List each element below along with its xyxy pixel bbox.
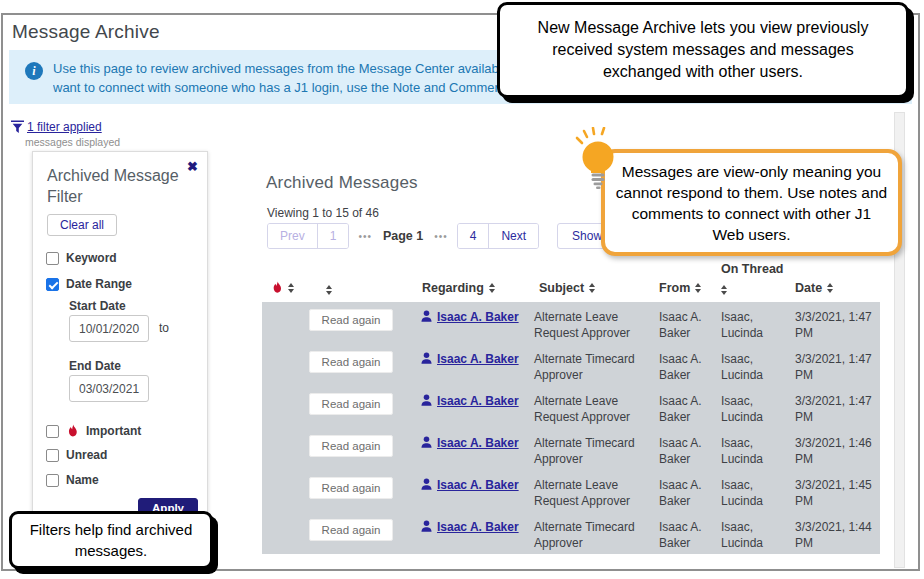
sort-icon[interactable] bbox=[695, 283, 701, 293]
sort-icon[interactable] bbox=[326, 285, 332, 295]
sort-icon[interactable] bbox=[489, 283, 495, 293]
pagination-prev-group: Prev 1 bbox=[267, 223, 349, 249]
name-label: Name bbox=[66, 473, 99, 487]
on-thread-cell: Isaac, Lucinda bbox=[718, 435, 792, 467]
sort-icon[interactable] bbox=[288, 283, 294, 293]
date-cell: 3/3/2021, 1:47 PM bbox=[792, 351, 880, 383]
info-icon: i bbox=[25, 62, 43, 80]
regarding-link[interactable]: Isaac A. Baker bbox=[437, 519, 519, 535]
person-icon bbox=[420, 477, 433, 491]
unread-checkbox[interactable] bbox=[46, 449, 59, 462]
read-again-button[interactable]: Read again bbox=[309, 519, 394, 541]
start-date-input[interactable] bbox=[69, 315, 149, 342]
table-row: Read again Isaac A. Baker Alternate Time… bbox=[262, 512, 880, 554]
sort-icon[interactable] bbox=[589, 283, 595, 293]
filter-applied[interactable]: 1 filter applied bbox=[11, 120, 102, 134]
filter-funnel-icon bbox=[11, 120, 24, 134]
messages-displayed-note: messages displayed bbox=[25, 136, 120, 148]
date-cell: 3/3/2021, 1:46 PM bbox=[792, 435, 880, 467]
end-date-input[interactable] bbox=[69, 375, 149, 402]
pagination: Prev 1 ••• Page 1 ••• 4 Next Show all bbox=[267, 223, 632, 249]
callout-top-text: New Message Archive lets you view previo… bbox=[514, 17, 892, 83]
keyword-checkbox[interactable] bbox=[46, 252, 59, 265]
date-range-checkbox[interactable] bbox=[46, 278, 59, 291]
on-thread-cell: Isaac, Lucinda bbox=[718, 309, 792, 341]
important-label: Important bbox=[86, 424, 141, 438]
archived-messages-heading: Archived Messages bbox=[266, 173, 418, 193]
person-icon bbox=[420, 351, 433, 365]
name-checkbox[interactable] bbox=[46, 474, 59, 487]
important-filter-row: Important bbox=[46, 423, 141, 439]
date-header-label: Date bbox=[795, 281, 822, 295]
date-cell: 3/3/2021, 1:47 PM bbox=[792, 309, 880, 341]
close-icon[interactable]: ✖ bbox=[187, 159, 198, 174]
regarding-link[interactable]: Isaac A. Baker bbox=[437, 309, 519, 325]
important-column-header[interactable] bbox=[262, 280, 304, 295]
table-row: Read again Isaac A. Baker Alternate Leav… bbox=[262, 470, 880, 512]
from-cell: Isaac A. Baker bbox=[656, 393, 718, 425]
from-cell: Isaac A. Baker bbox=[656, 477, 718, 509]
clear-all-button[interactable]: Clear all bbox=[47, 214, 117, 236]
regarding-header-label: Regarding bbox=[422, 281, 484, 295]
subject-cell: Alternate Timecard Approver bbox=[534, 435, 656, 467]
read-again-button[interactable]: Read again bbox=[309, 351, 394, 373]
subject-cell: Alternate Leave Request Approver bbox=[534, 393, 656, 425]
archived-messages-table: Regarding Subject From On Thread Date bbox=[262, 262, 880, 554]
unread-label: Unread bbox=[66, 448, 107, 462]
lightbulb-icon bbox=[574, 127, 622, 193]
on-thread-header-label: On Thread bbox=[721, 262, 792, 276]
read-again-button[interactable]: Read again bbox=[309, 393, 394, 415]
important-checkbox[interactable] bbox=[46, 425, 59, 438]
date-column-header[interactable]: Date bbox=[792, 281, 880, 295]
callout-bottom-text: Filters help find archived messages. bbox=[12, 519, 210, 561]
regarding-column-header[interactable]: Regarding bbox=[404, 281, 534, 295]
from-header-label: From bbox=[659, 281, 690, 295]
from-cell: Isaac A. Baker bbox=[656, 351, 718, 383]
table-row: Read again Isaac A. Baker Alternate Leav… bbox=[262, 386, 880, 428]
read-again-button[interactable]: Read again bbox=[309, 435, 394, 457]
filter-applied-link[interactable]: 1 filter applied bbox=[27, 120, 102, 134]
regarding-link[interactable]: Isaac A. Baker bbox=[437, 393, 519, 409]
flame-icon bbox=[271, 280, 283, 295]
unread-filter-row: Unread bbox=[46, 448, 107, 462]
sort-icon[interactable] bbox=[827, 283, 833, 293]
date-cell: 3/3/2021, 1:47 PM bbox=[792, 393, 880, 425]
subject-cell: Alternate Timecard Approver bbox=[534, 519, 656, 551]
regarding-link[interactable]: Isaac A. Baker bbox=[437, 477, 519, 493]
date-cell: 3/3/2021, 1:44 PM bbox=[792, 519, 880, 551]
read-again-button[interactable]: Read again bbox=[309, 309, 394, 331]
page-4-button[interactable]: 4 bbox=[458, 224, 490, 248]
name-filter-row: Name bbox=[46, 473, 99, 487]
next-button[interactable]: Next bbox=[489, 224, 538, 248]
sort-icon[interactable] bbox=[721, 285, 727, 295]
table-row: Read again Isaac A. Baker Alternate Time… bbox=[262, 344, 880, 386]
flame-icon bbox=[66, 423, 79, 439]
callout-filters-help: Filters help find archived messages. bbox=[9, 511, 213, 569]
person-icon bbox=[420, 435, 433, 449]
action-column-header[interactable] bbox=[304, 285, 404, 295]
callout-new-message-archive: New Message Archive lets you view previo… bbox=[497, 2, 909, 98]
person-icon bbox=[420, 393, 433, 407]
regarding-link[interactable]: Isaac A. Baker bbox=[437, 351, 519, 367]
date-range-label: Date Range bbox=[66, 277, 132, 291]
date-cell: 3/3/2021, 1:45 PM bbox=[792, 477, 880, 509]
on-thread-cell: Isaac, Lucinda bbox=[718, 393, 792, 425]
page-title: Message Archive bbox=[12, 21, 160, 43]
date-range-filter-row: Date Range bbox=[46, 277, 132, 291]
page-1-button[interactable]: 1 bbox=[318, 224, 349, 248]
on-thread-column-header[interactable]: On Thread bbox=[718, 262, 792, 295]
start-date-label: Start Date bbox=[69, 299, 126, 313]
on-thread-cell: Isaac, Lucinda bbox=[718, 519, 792, 551]
from-cell: Isaac A. Baker bbox=[656, 309, 718, 341]
from-column-header[interactable]: From bbox=[656, 281, 718, 295]
subject-column-header[interactable]: Subject bbox=[534, 281, 656, 295]
on-thread-cell: Isaac, Lucinda bbox=[718, 477, 792, 509]
read-again-button[interactable]: Read again bbox=[309, 477, 394, 499]
end-date-label: End Date bbox=[69, 359, 121, 373]
filter-panel-heading: Archived Message Filter bbox=[47, 165, 179, 207]
prev-button[interactable]: Prev bbox=[268, 224, 318, 248]
regarding-link[interactable]: Isaac A. Baker bbox=[437, 435, 519, 451]
subject-cell: Alternate Timecard Approver bbox=[534, 351, 656, 383]
pagination-ellipsis: ••• bbox=[358, 231, 372, 242]
message-archive-screen: Message Archive i Use this page to revie… bbox=[0, 0, 924, 579]
